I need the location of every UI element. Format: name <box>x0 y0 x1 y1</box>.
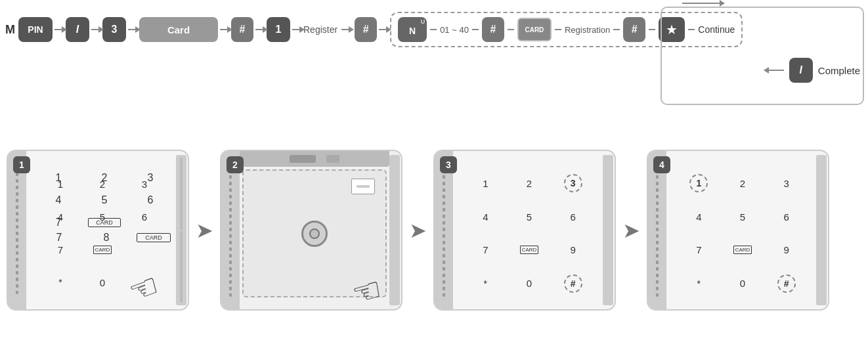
step-num1: 1 <box>267 17 290 42</box>
step-card: Card <box>139 17 218 42</box>
step-1-number: 1 <box>13 156 30 173</box>
group-box: U N 01 ~ 40 # CARD Registration # <box>390 12 743 47</box>
arrow-3-4: ➤ <box>622 220 640 241</box>
step-hash4: # <box>623 17 645 42</box>
step-num3: 3 <box>102 17 126 42</box>
step-2-number: 2 <box>227 156 244 173</box>
complete-label: Complete <box>818 65 860 76</box>
step-register: Register <box>303 24 337 35</box>
step-2-image: 2 ☞ <box>220 150 402 311</box>
step-registration: Registration <box>565 25 610 35</box>
flow-m-label: M <box>5 23 15 37</box>
steps-row: 1 1 2 3 4 5 6 7 CARD 7 8 CA <box>7 150 829 311</box>
step-continue: Continue <box>698 24 735 35</box>
step-3-image: 3 1 2 3 4 5 6 7 CARD 9 * 0 # <box>433 150 616 311</box>
step-3-number: 3 <box>440 156 457 173</box>
arrow-2-3: ➤ <box>409 220 427 241</box>
step-cursor1: I <box>66 17 89 42</box>
step-4-image: 4 1 2 3 4 5 6 7 CARD 9 * 0 # <box>647 150 829 311</box>
step-card-icon: CARD <box>517 18 552 41</box>
step-un: U N <box>398 17 427 42</box>
step-4-number: 4 <box>653 156 670 173</box>
step-star: ★ <box>659 17 685 42</box>
step-hash2: # <box>355 17 377 42</box>
step-hash3: # <box>482 17 504 42</box>
complete-cursor: I <box>789 58 813 83</box>
complete-section: I Complete <box>764 58 860 83</box>
step-hash1: # <box>231 17 253 42</box>
step-range: 01 ~ 40 <box>440 25 469 35</box>
step-1-image: 1 1 2 3 4 5 6 7 CARD 7 8 CA <box>7 150 189 311</box>
arrow-1-2: ➤ <box>196 220 213 241</box>
step-pin: PIN <box>18 17 53 42</box>
